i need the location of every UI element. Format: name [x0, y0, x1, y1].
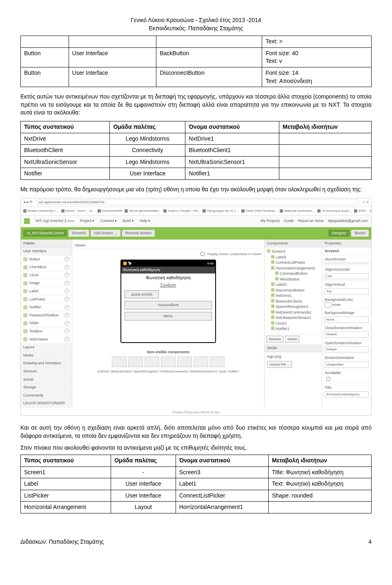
palette-panel: Palette User Interface Button?CheckBox?C… — [21, 240, 72, 408]
table-cell: BackButton — [156, 47, 262, 67]
table-1: Text: >ButtonUser InterfaceBackButtonFon… — [20, 36, 372, 87]
designer-button[interactable]: Designer — [328, 230, 350, 237]
bookmark-item[interactable]: Πρόγραμμα για τη Σ... — [203, 208, 239, 213]
components-panel: Components Screen3Label1ConnectListPicke… — [264, 240, 322, 408]
table-cell: Lego Mindstorms — [110, 156, 185, 168]
para-3: Και σε αυτή την οθόνη η σχεδίαση είναι α… — [20, 424, 372, 440]
bookmark-item[interactable]: About gamesandlea... — [125, 208, 161, 213]
table-cell: User Interface — [110, 168, 185, 180]
table-cell: ListPicker — [21, 490, 111, 502]
bookmark-item[interactable]: National curriculum... — [280, 208, 315, 213]
blocks-button[interactable]: Blocks — [351, 230, 369, 237]
component-tree-item[interactable]: NxtDirectCommands1 — [267, 310, 319, 316]
palette-category[interactable]: Connectivity — [21, 392, 72, 400]
table-cell: Font size: 14 Text: Αποσύνδεση — [262, 67, 372, 87]
nonvisible-label: Clock1 — [218, 370, 227, 374]
bookmark-item[interactable]: Early Child Develop... — [241, 208, 277, 213]
phone-titlebar: Φωνητική καθοδήγηση — [121, 267, 215, 273]
property-row: AlignVerticalTop — [322, 281, 371, 296]
palette-cat-userinterface[interactable]: User Interface — [21, 247, 72, 256]
palette-item[interactable]: Label? — [21, 287, 72, 296]
top-link[interactable]: stpapadakis@gmail.com — [328, 218, 368, 224]
component-tree-item[interactable]: HorizontalArrangement1 — [267, 266, 319, 271]
menu-item[interactable]: Help ▾ — [140, 218, 150, 224]
property-row: AboutScreen — [322, 256, 371, 266]
component-tree-item[interactable]: NxtDrive1 — [267, 293, 319, 299]
remove-screen-button[interactable]: Remove Screen — [122, 230, 155, 237]
palette-category[interactable]: LEGO® MINDSTORMS® — [21, 399, 72, 408]
delete-button[interactable]: Delete — [285, 336, 299, 343]
component-tree-item[interactable]: Clock1 — [267, 321, 319, 327]
component-tree-item[interactable]: ConnectListPicker — [267, 260, 319, 266]
media-item[interactable]: logo.png — [267, 354, 319, 359]
table-cell: NxtDrive — [21, 133, 110, 145]
component-tree-item[interactable]: DisconnectButton — [267, 288, 319, 294]
nonvisible-icon — [210, 356, 225, 367]
table-cell: ConnectListPicker — [176, 490, 268, 502]
component-tree-item[interactable]: CommandButton — [267, 271, 319, 277]
palette-item[interactable]: Image? — [21, 279, 72, 287]
url-bar[interactable]: ai2.appinventor.mit.edu/#603333222360678… — [37, 199, 358, 205]
rename-button[interactable]: Rename — [266, 336, 283, 343]
footer-page: 4 — [368, 538, 372, 546]
components-title: Components — [265, 240, 322, 248]
palette-item[interactable]: Clock? — [21, 271, 72, 280]
component-tree-item[interactable]: MenuButton — [267, 277, 319, 282]
palette-category[interactable]: Storage — [21, 383, 72, 392]
component-tree-item[interactable]: SpeechRecognizer1 — [267, 304, 319, 310]
table-cell: NxtUltraSonicSensor1 — [185, 156, 279, 168]
add-screen-button[interactable]: Add Screen ... — [91, 230, 120, 237]
bookmark-item[interactable]: Zotero | People > Mi... — [163, 208, 200, 213]
palette-item[interactable]: PasswordTextBox? — [21, 312, 72, 320]
page-footer: Διδάσκων: Παπαδάκης Σταμάτης 4 — [20, 538, 372, 546]
component-tree-item[interactable]: Screen3 — [267, 249, 319, 255]
table-cell: Font size: 40 Text: v — [262, 47, 372, 67]
palette-category[interactable]: Social — [21, 376, 72, 384]
palette-item[interactable]: WebViewer? — [21, 336, 72, 344]
menu-item[interactable]: Build ▾ — [122, 218, 134, 224]
component-tree-item[interactable]: Label2 — [267, 282, 319, 288]
component-tree-item[interactable]: BluetoothClient1 — [267, 299, 319, 305]
top-link[interactable]: My Projects — [261, 218, 280, 224]
component-tree-item[interactable]: NxtUltrasonicSensor1 — [267, 315, 319, 321]
bookmark-item[interactable]: Home - Joom... Jo... — [61, 208, 95, 213]
bookmark-item[interactable]: ERIC - Search Results — [354, 208, 371, 213]
palette-item[interactable]: Slider? — [21, 319, 72, 327]
menu-item[interactable]: Project ▾ — [80, 218, 95, 224]
screen-selector[interactable]: Screen3 — [69, 230, 89, 237]
palette-category[interactable]: Sensors — [21, 368, 72, 376]
viewer-title: Viewer — [73, 242, 263, 249]
para-2: Με παρόμοιο τρόπο, θα δημιουργήσουμε μια… — [20, 186, 372, 194]
top-link[interactable]: Guide — [284, 218, 294, 224]
palette-item[interactable]: ListPicker? — [21, 296, 72, 304]
top-link[interactable]: Report an Issue — [298, 218, 324, 224]
component-tree-item[interactable]: Notifier1 — [267, 326, 319, 332]
privacy-link[interactable]: Privacy Policy and Terms of Use — [21, 408, 371, 415]
bookmark-item[interactable]: Τα Καλύτερα Δωρε... — [317, 208, 352, 213]
hidden-components-checkbox[interactable] — [200, 252, 205, 256]
upload-file-button[interactable]: Upload File ... — [267, 361, 292, 368]
palette-item[interactable]: TextBox? — [21, 327, 72, 336]
palette-item[interactable]: Button? — [21, 256, 72, 264]
palette-category[interactable]: Media — [21, 352, 72, 360]
nonvisible-label: BluetoothClient1 — [111, 370, 132, 374]
disconnect-button[interactable]: Αποσύνδεση — [125, 301, 212, 309]
menu-button[interactable]: Menu — [125, 312, 212, 321]
property-row: Scrollable — [322, 369, 371, 384]
command-button[interactable]: Δώσε εντολή — [125, 290, 159, 299]
hidden-check-label: Display hidden components in Viewer — [207, 252, 262, 256]
properties-title: Properties — [322, 240, 371, 248]
bookmark-item[interactable]: Rowan University L... — [23, 208, 59, 213]
palette-item[interactable]: Notifier? — [21, 303, 72, 312]
table-cell: Notifier — [21, 168, 110, 180]
connect-listpicker[interactable]: Σύνδεση — [121, 282, 215, 289]
palette-item[interactable]: CheckBox? — [21, 263, 72, 271]
property-row: TitleΦωνητική καθοδήγηση — [322, 384, 371, 399]
component-tree-item[interactable]: Label1 — [267, 255, 319, 260]
palette-category[interactable]: Layout — [21, 343, 72, 352]
table-cell: Layout — [111, 502, 176, 513]
table-cell: Connectivity — [110, 145, 185, 157]
menu-item[interactable]: Connect ▾ — [100, 218, 117, 224]
palette-category[interactable]: Drawing and Animation — [21, 359, 72, 368]
bookmark-item[interactable]: DroidOverWifi — [98, 208, 122, 213]
